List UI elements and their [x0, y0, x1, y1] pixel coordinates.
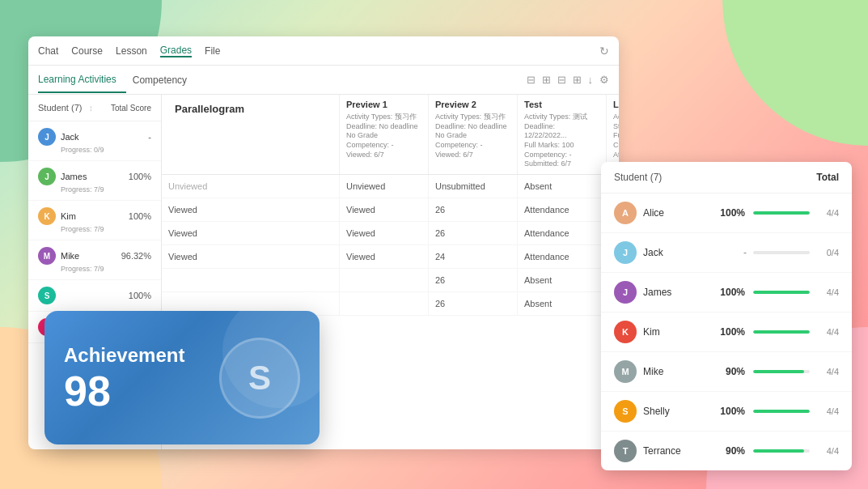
panel-name-james: James: [643, 287, 713, 298]
panel-row-mike[interactable]: M Mike 90% 4/4: [601, 352, 852, 392]
student-progress-mike: Progress: 7/9: [61, 265, 151, 273]
cell-mike-test: 24: [429, 245, 518, 268]
cell-kim-lesson1: Attendance: [518, 222, 607, 244]
panel-row-alice[interactable]: A Alice 100% 4/4: [601, 193, 852, 233]
panel-bar-james: [753, 291, 810, 294]
panel-avatar-shelly: S: [614, 400, 637, 423]
panel-score-alice: 100%: [713, 207, 745, 219]
panel-score-terrance: 90%: [713, 445, 745, 457]
tab-icons: ⊟ ⊞ ⊟ ⊞ ↓ ⚙: [527, 74, 610, 86]
student-name-jack: Jack: [61, 132, 79, 142]
panel-row-shelly[interactable]: S Shelly 100% 4/4: [601, 392, 852, 432]
student-name-kim: Kim: [61, 211, 76, 221]
achievement-badge: S: [219, 338, 300, 419]
tab-competency[interactable]: Competency: [133, 68, 197, 92]
cell-s5-test: 26: [429, 269, 518, 291]
panel-bar-mike: [753, 370, 810, 373]
student-progress-kim: Progress: 7/9: [61, 225, 151, 233]
panel-fraction-mike: 4/4: [816, 367, 839, 376]
avatar-james: J: [38, 168, 56, 185]
menu-bar: Chat Course Lesson Grades File ↻: [28, 36, 619, 66]
menu-grades[interactable]: Grades: [160, 45, 192, 57]
panel-fraction-james: 4/4: [816, 287, 839, 297]
panel-row-kim[interactable]: K Kim 100% 4/4: [601, 313, 852, 352]
cell-kim-preview2: Viewed: [340, 222, 429, 244]
panel-name-terrance: Terrance: [643, 445, 713, 457]
panel-row-james[interactable]: J James 100% 4/4: [601, 273, 852, 313]
panel-fraction-jack: 0/4: [816, 248, 839, 257]
download-icon[interactable]: ↓: [588, 74, 594, 86]
col-header-test: Test Activity Types: 测试Deadline: 12/22/2…: [518, 95, 607, 174]
student-name-james: James: [61, 172, 87, 181]
student-header: Student (7) ↕ Total Score: [28, 95, 161, 121]
student-row-mike[interactable]: M Mike 96.32% Progress: 7/9: [28, 240, 161, 280]
panel-fraction-alice: 4/4: [816, 208, 839, 218]
cell-james-preview1: Viewed: [162, 198, 340, 221]
student-row-james[interactable]: J James 100% Progress: 7/9: [28, 161, 161, 201]
cell-mike-lesson1: Attendance: [518, 245, 607, 268]
student-row-jack[interactable]: J Jack - Progress: 0/9: [28, 121, 161, 161]
panel-row-terrance[interactable]: T Terrance 90% 4/4: [601, 432, 852, 470]
panel-avatar-mike: M: [614, 360, 637, 383]
sort-icon[interactable]: ↕: [88, 103, 93, 113]
cell-s6-lesson1: Absent: [518, 292, 607, 315]
cell-s5-preview1: [162, 269, 340, 291]
parallelogram-title: Parallelogram: [162, 95, 340, 174]
total-score-header: Total Score: [111, 104, 151, 113]
grid-icon[interactable]: ⊞: [542, 74, 551, 86]
panel-score-james: 100%: [713, 287, 745, 298]
panel-fraction-terrance: 4/4: [816, 446, 839, 456]
panel-row-jack[interactable]: J Jack - 0/4: [601, 233, 852, 273]
cell-s6-test: 26: [429, 292, 518, 315]
cell-jack-lesson1: Absent: [518, 175, 607, 198]
panel-fraction-shelly: 4/4: [816, 406, 839, 416]
refresh-icon[interactable]: ↻: [599, 45, 609, 57]
table-row-james[interactable]: Viewed Viewed 26 Attendance A 100...: [162, 198, 619, 222]
avatar-s5: S: [38, 287, 56, 304]
table-row-mike[interactable]: Viewed Viewed 24 Attendance A 100...: [162, 245, 619, 269]
panel-name-shelly: Shelly: [643, 406, 713, 417]
panel-name-alice: Alice: [643, 207, 713, 219]
table-row-jack[interactable]: Unviewed Unviewed Unsubmitted Absent Not…: [162, 175, 619, 198]
table-icon[interactable]: ⊞: [573, 74, 582, 86]
student-progress-jack: Progress: 0/9: [61, 146, 151, 154]
cell-s6-preview2: [340, 292, 429, 315]
panel-score-kim: 100%: [713, 326, 745, 338]
col-header-preview1: Preview 1 Activity Types: 预习作Deadline: N…: [340, 95, 429, 174]
filter-icon[interactable]: ⊟: [527, 74, 536, 86]
cell-mike-preview1: Viewed: [162, 245, 340, 268]
achievement-number: 98: [64, 370, 210, 412]
panel-name-mike: Mike: [643, 366, 713, 377]
menu-lesson[interactable]: Lesson: [116, 45, 147, 57]
cell-s5-preview2: [340, 269, 429, 291]
panel-avatar-james: J: [614, 281, 637, 304]
panel-bar-jack: [753, 251, 810, 254]
settings-icon[interactable]: ⚙: [599, 74, 609, 86]
filter2-icon[interactable]: ⊟: [557, 74, 566, 86]
panel-avatar-jack: J: [614, 241, 637, 264]
avatar-jack: J: [38, 128, 56, 146]
student-count-label: Student (7): [38, 103, 82, 113]
cell-kim-test: 26: [429, 222, 518, 244]
cell-jack-preview2: Unviewed: [340, 175, 429, 198]
menu-course[interactable]: Course: [71, 45, 103, 57]
panel-avatar-kim: K: [614, 321, 637, 343]
table-row-s5[interactable]: 26 Absent A 100...: [162, 269, 619, 292]
cell-kim-preview1: Viewed: [162, 222, 340, 244]
menu-file[interactable]: File: [205, 45, 220, 57]
student-row-kim[interactable]: K Kim 100% Progress: 7/9: [28, 201, 161, 240]
panel-fraction-kim: 4/4: [816, 327, 839, 337]
panel-bar-shelly: [753, 410, 810, 413]
total-panel: Student (7) Total A Alice 100% 4/4 J Jac…: [601, 162, 852, 470]
achievement-text: Achievement 98: [64, 344, 210, 412]
cell-james-lesson1: Attendance: [518, 198, 607, 221]
panel-bar-kim: [753, 330, 810, 334]
panel-total-col-label: Total: [816, 172, 839, 183]
cell-jack-preview1: Unviewed: [162, 175, 340, 198]
table-row-kim[interactable]: Viewed Viewed 26 Attendance A 100...: [162, 222, 619, 245]
panel-avatar-terrance: T: [614, 440, 637, 462]
tab-learning-activities[interactable]: Learning Activities: [38, 67, 126, 93]
menu-chat[interactable]: Chat: [38, 45, 58, 57]
cell-jack-test: Unsubmitted: [429, 175, 518, 198]
student-row-5[interactable]: S 100%: [28, 280, 161, 312]
